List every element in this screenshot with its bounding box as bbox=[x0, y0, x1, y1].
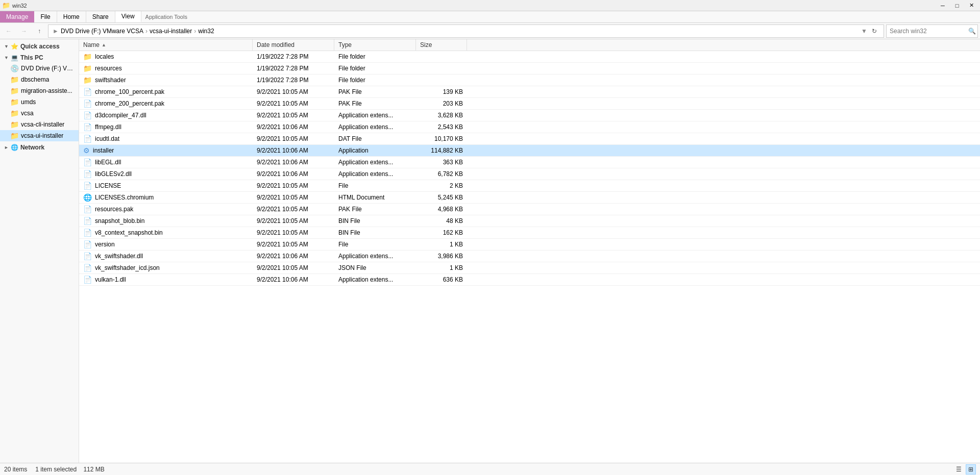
sidebar-header-quick-access[interactable]: ▼ ⭐ Quick access bbox=[0, 41, 79, 52]
sidebar-label-migration: migration-assiste... bbox=[21, 87, 72, 94]
table-row[interactable]: 📄 chrome_100_percent.pak 9/2/2021 10:05 … bbox=[79, 86, 980, 98]
maximize-button[interactable]: □ bbox=[950, 0, 964, 11]
table-row[interactable]: 📁 locales 1/19/2022 7:28 PM File folder bbox=[79, 51, 980, 63]
sidebar-item-dbschema[interactable]: 📁 dbschema bbox=[0, 74, 79, 85]
file-size: 636 KB bbox=[416, 274, 467, 285]
sidebar-header-this-pc[interactable]: ▼ 💻 This PC bbox=[0, 53, 79, 63]
table-row[interactable]: 📄 vulkan-1.dll 9/2/2021 10:06 AM Applica… bbox=[79, 274, 980, 286]
file-type: HTML Document bbox=[334, 192, 416, 203]
file-type: File bbox=[334, 181, 416, 191]
table-row[interactable]: 📄 ffmpeg.dll 9/2/2021 10:06 AM Applicati… bbox=[79, 121, 980, 133]
file-name: vk_swiftshader_icd.json bbox=[95, 264, 160, 271]
file-name: icudtl.dat bbox=[95, 135, 119, 142]
col-header-name[interactable]: Name ▲ bbox=[79, 39, 253, 51]
file-icon: 📄 bbox=[83, 252, 92, 260]
sidebar-section-quick-access: ▼ ⭐ Quick access bbox=[0, 41, 79, 52]
tab-view[interactable]: View bbox=[115, 11, 141, 22]
dropdown-arrow[interactable]: ▼ bbox=[861, 28, 867, 35]
folder-icon-vcsa-ui: 📁 bbox=[10, 132, 19, 140]
file-name: resources.pak bbox=[95, 206, 133, 213]
sidebar-label-network: Network bbox=[20, 144, 44, 151]
sidebar-label-this-pc: This PC bbox=[20, 54, 43, 61]
view-large-icons-button[interactable]: ⊞ bbox=[966, 464, 976, 474]
refresh-button[interactable]: ↻ bbox=[869, 24, 879, 38]
file-size bbox=[416, 55, 467, 58]
file-rows-container: 📁 locales 1/19/2022 7:28 PM File folder … bbox=[79, 51, 980, 286]
folder-icon-dbschema: 📁 bbox=[10, 76, 19, 84]
tab-file[interactable]: File bbox=[34, 11, 57, 22]
file-name: d3dcompiler_47.dll bbox=[95, 112, 146, 119]
table-row[interactable]: 📄 d3dcompiler_47.dll 9/2/2021 10:05 AM A… bbox=[79, 110, 980, 121]
table-row[interactable]: 📄 snapshot_blob.bin 9/2/2021 10:05 AM BI… bbox=[79, 215, 980, 227]
table-row[interactable]: 📄 vk_swiftshader_icd.json 9/2/2021 10:05… bbox=[79, 262, 980, 274]
addressbar: ← → ↑ ► DVD Drive (F:) VMware VCSA › vcs… bbox=[0, 23, 980, 39]
search-input[interactable] bbox=[890, 28, 966, 35]
search-icon[interactable]: 🔍 bbox=[968, 28, 976, 35]
tab-home[interactable]: Home bbox=[57, 11, 86, 22]
tab-share[interactable]: Share bbox=[86, 11, 115, 22]
col-header-date[interactable]: Date modified bbox=[253, 39, 334, 51]
file-date: 9/2/2021 10:06 AM bbox=[253, 157, 334, 167]
search-box[interactable]: 🔍 bbox=[886, 24, 978, 38]
file-name: chrome_200_percent.pak bbox=[95, 100, 164, 107]
ribbon-tabs: Manage File Home Share View Application … bbox=[0, 11, 980, 22]
file-size: 1 KB bbox=[416, 239, 467, 249]
tab-manage[interactable]: Manage bbox=[0, 11, 34, 22]
forward-button[interactable]: → bbox=[17, 24, 31, 38]
file-icon: 📄 bbox=[83, 276, 92, 284]
col-date-label: Date modified bbox=[257, 41, 295, 48]
folder-icon-vcsa: 📁 bbox=[10, 109, 19, 117]
file-type: BIN File bbox=[334, 216, 416, 226]
table-row[interactable]: 📄 icudtl.dat 9/2/2021 10:05 AM DAT File … bbox=[79, 133, 980, 145]
table-row[interactable]: 📄 libEGL.dll 9/2/2021 10:06 AM Applicati… bbox=[79, 157, 980, 168]
file-icon: 📄 bbox=[83, 217, 92, 225]
table-row[interactable]: 📄 chrome_200_percent.pak 9/2/2021 10:05 … bbox=[79, 98, 980, 110]
close-button[interactable]: ✕ bbox=[965, 0, 978, 11]
table-row[interactable]: 📁 resources 1/19/2022 7:28 PM File folde… bbox=[79, 63, 980, 74]
sidebar-item-vcsa[interactable]: 📁 vcsa bbox=[0, 108, 79, 119]
table-row[interactable]: 📄 version 9/2/2021 10:05 AM File 1 KB bbox=[79, 239, 980, 251]
file-size: 139 KB bbox=[416, 87, 467, 97]
sidebar-item-umds[interactable]: 📁 umds bbox=[0, 96, 79, 108]
status-selected: 1 item selected 112 MB bbox=[35, 466, 104, 473]
sidebar-label-vcsa-cli: vcsa-cli-installer bbox=[21, 121, 64, 128]
file-name: LICENSE bbox=[95, 182, 121, 189]
table-row[interactable]: ⚙ installer 9/2/2021 10:06 AM Applicatio… bbox=[79, 145, 980, 157]
file-type: Application bbox=[334, 145, 416, 156]
file-date: 9/2/2021 10:05 AM bbox=[253, 228, 334, 238]
sidebar-item-migration[interactable]: 📁 migration-assiste... bbox=[0, 85, 79, 96]
up-button[interactable]: ↑ bbox=[33, 24, 46, 38]
sidebar-item-vcsa-cli[interactable]: 📁 vcsa-cli-installer bbox=[0, 119, 79, 130]
minimize-button[interactable]: ─ bbox=[936, 0, 949, 11]
sidebar-label-dvd-drive: DVD Drive (F:) VM... bbox=[21, 65, 75, 72]
path-part-1[interactable]: DVD Drive (F:) VMware VCSA bbox=[61, 28, 143, 35]
file-icon: 📄 bbox=[83, 264, 92, 272]
file-size: 363 KB bbox=[416, 157, 467, 167]
file-type: PAK File bbox=[334, 98, 416, 109]
sidebar-header-network[interactable]: ► 🌐 Network bbox=[0, 142, 79, 153]
file-type: Application extens... bbox=[334, 110, 416, 120]
table-row[interactable]: 📄 resources.pak 9/2/2021 10:05 AM PAK Fi… bbox=[79, 204, 980, 215]
col-size-label: Size bbox=[420, 41, 432, 48]
address-path[interactable]: ► DVD Drive (F:) VMware VCSA › vcsa-ui-i… bbox=[48, 24, 884, 38]
table-row[interactable]: 📄 v8_context_snapshot.bin 9/2/2021 10:05… bbox=[79, 227, 980, 239]
file-name: swiftshader bbox=[95, 77, 126, 84]
sidebar-item-dvd-drive[interactable]: 💿 DVD Drive (F:) VM... bbox=[0, 63, 79, 74]
path-part-3[interactable]: win32 bbox=[198, 28, 214, 35]
back-button[interactable]: ← bbox=[2, 24, 15, 38]
table-row[interactable]: 📄 libGLESv2.dll 9/2/2021 10:06 AM Applic… bbox=[79, 168, 980, 180]
file-date: 9/2/2021 10:05 AM bbox=[253, 239, 334, 249]
file-date: 9/2/2021 10:05 AM bbox=[253, 263, 334, 273]
col-header-size[interactable]: Size bbox=[416, 39, 467, 51]
table-row[interactable]: 📄 LICENSE 9/2/2021 10:05 AM File 2 KB bbox=[79, 180, 980, 192]
file-date: 9/2/2021 10:06 AM bbox=[253, 122, 334, 132]
file-size: 2,543 KB bbox=[416, 122, 467, 132]
folder-icon-umds: 📁 bbox=[10, 98, 19, 106]
table-row[interactable]: 🌐 LICENSES.chromium 9/2/2021 10:05 AM HT… bbox=[79, 192, 980, 204]
table-row[interactable]: 📄 vk_swiftshader.dll 9/2/2021 10:06 AM A… bbox=[79, 251, 980, 262]
path-part-2[interactable]: vcsa-ui-installer bbox=[150, 28, 192, 35]
sidebar-item-vcsa-ui[interactable]: 📁 vcsa-ui-installer bbox=[0, 130, 79, 141]
table-row[interactable]: 📁 swiftshader 1/19/2022 7:28 PM File fol… bbox=[79, 74, 980, 86]
col-header-type[interactable]: Type bbox=[334, 39, 416, 51]
view-details-button[interactable]: ☰ bbox=[953, 464, 964, 474]
